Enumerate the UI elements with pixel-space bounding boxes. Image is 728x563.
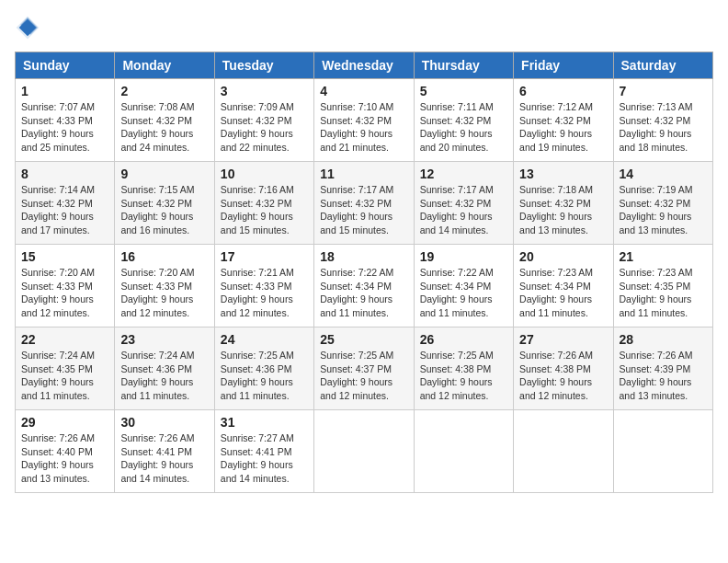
day-info: Sunrise: 7:17 AMSunset: 4:32 PMDaylight:… [320,183,407,237]
day-info: Sunrise: 7:10 AMSunset: 4:32 PMDaylight:… [320,100,407,155]
day-number: 12 [420,167,507,181]
day-number: 30 [120,415,208,430]
calendar-cell [514,410,613,493]
day-info: Sunrise: 7:20 AMSunset: 4:33 PMDaylight:… [120,266,208,320]
day-number: 19 [420,249,507,264]
calendar-cell: 31Sunrise: 7:27 AMSunset: 4:41 PMDayligh… [214,410,313,493]
col-header-thursday: Thursday [414,52,513,79]
day-number: 3 [221,84,308,98]
calendar-cell [414,410,513,493]
day-number: 4 [320,84,407,98]
calendar-header-row: SundayMondayTuesdayWednesdayThursdayFrid… [16,52,713,79]
day-number: 15 [21,249,108,264]
day-info: Sunrise: 7:25 AMSunset: 4:38 PMDaylight:… [420,349,507,403]
calendar-cell: 26Sunrise: 7:25 AMSunset: 4:38 PMDayligh… [414,327,513,410]
page-header [15,15,713,40]
calendar-cell [613,410,712,493]
day-number: 24 [221,332,308,347]
day-info: Sunrise: 7:22 AMSunset: 4:34 PMDaylight:… [420,266,507,320]
col-header-saturday: Saturday [613,52,712,79]
calendar-cell: 13Sunrise: 7:18 AMSunset: 4:32 PMDayligh… [514,162,613,245]
day-number: 23 [120,332,208,347]
day-info: Sunrise: 7:19 AMSunset: 4:32 PMDaylight:… [620,183,707,237]
day-info: Sunrise: 7:21 AMSunset: 4:33 PMDaylight:… [221,266,308,320]
day-info: Sunrise: 7:24 AMSunset: 4:35 PMDaylight:… [21,349,108,403]
day-info: Sunrise: 7:22 AMSunset: 4:34 PMDaylight:… [320,266,407,320]
col-header-friday: Friday [514,52,613,79]
day-info: Sunrise: 7:27 AMSunset: 4:41 PMDaylight:… [221,431,308,486]
calendar-cell: 1Sunrise: 7:07 AMSunset: 4:33 PMDaylight… [16,79,115,162]
col-header-monday: Monday [115,52,214,79]
calendar-cell: 10Sunrise: 7:16 AMSunset: 4:32 PMDayligh… [214,162,313,245]
calendar-cell: 19Sunrise: 7:22 AMSunset: 4:34 PMDayligh… [414,245,513,327]
calendar-cell: 17Sunrise: 7:21 AMSunset: 4:33 PMDayligh… [214,245,313,327]
calendar-cell: 9Sunrise: 7:15 AMSunset: 4:32 PMDaylight… [115,162,214,245]
calendar-cell: 29Sunrise: 7:26 AMSunset: 4:40 PMDayligh… [16,410,115,493]
day-number: 7 [620,84,707,98]
calendar-cell: 27Sunrise: 7:26 AMSunset: 4:38 PMDayligh… [514,327,613,410]
day-info: Sunrise: 7:26 AMSunset: 4:40 PMDaylight:… [21,431,108,486]
calendar-cell: 21Sunrise: 7:23 AMSunset: 4:35 PMDayligh… [613,245,712,327]
calendar-cell: 8Sunrise: 7:14 AMSunset: 4:32 PMDaylight… [16,162,115,245]
day-info: Sunrise: 7:14 AMSunset: 4:32 PMDaylight:… [21,183,108,237]
day-info: Sunrise: 7:23 AMSunset: 4:35 PMDaylight:… [620,266,707,320]
day-info: Sunrise: 7:13 AMSunset: 4:32 PMDaylight:… [620,100,707,155]
day-info: Sunrise: 7:18 AMSunset: 4:32 PMDaylight:… [519,183,607,237]
calendar-week-row: 22Sunrise: 7:24 AMSunset: 4:35 PMDayligh… [16,327,713,410]
calendar-table: SundayMondayTuesdayWednesdayThursdayFrid… [15,52,713,493]
day-info: Sunrise: 7:08 AMSunset: 4:32 PMDaylight:… [120,100,208,155]
calendar-cell: 6Sunrise: 7:12 AMSunset: 4:32 PMDaylight… [514,79,613,162]
day-info: Sunrise: 7:11 AMSunset: 4:32 PMDaylight:… [420,100,507,155]
day-number: 1 [21,84,108,98]
calendar-cell [314,410,414,493]
day-number: 17 [221,249,308,264]
logo-icon [15,15,40,40]
day-info: Sunrise: 7:16 AMSunset: 4:32 PMDaylight:… [221,183,308,237]
col-header-tuesday: Tuesday [214,52,313,79]
day-info: Sunrise: 7:23 AMSunset: 4:34 PMDaylight:… [519,266,607,320]
day-info: Sunrise: 7:25 AMSunset: 4:36 PMDaylight:… [221,349,308,403]
day-number: 27 [519,332,607,347]
col-header-sunday: Sunday [16,52,115,79]
day-number: 13 [519,167,607,181]
day-info: Sunrise: 7:26 AMSunset: 4:41 PMDaylight:… [120,431,208,486]
calendar-cell: 15Sunrise: 7:20 AMSunset: 4:33 PMDayligh… [16,245,115,327]
day-info: Sunrise: 7:25 AMSunset: 4:37 PMDaylight:… [320,349,407,403]
logo [15,15,44,40]
day-number: 8 [21,167,108,181]
day-number: 22 [21,332,108,347]
day-number: 9 [120,167,208,181]
calendar-cell: 14Sunrise: 7:19 AMSunset: 4:32 PMDayligh… [613,162,712,245]
day-number: 26 [420,332,507,347]
calendar-week-row: 1Sunrise: 7:07 AMSunset: 4:33 PMDaylight… [16,79,713,162]
calendar-cell: 30Sunrise: 7:26 AMSunset: 4:41 PMDayligh… [115,410,214,493]
day-number: 25 [320,332,407,347]
calendar-cell: 28Sunrise: 7:26 AMSunset: 4:39 PMDayligh… [613,327,712,410]
day-number: 31 [221,415,308,430]
day-number: 11 [320,167,407,181]
day-number: 14 [620,167,707,181]
calendar-cell: 20Sunrise: 7:23 AMSunset: 4:34 PMDayligh… [514,245,613,327]
calendar-cell: 16Sunrise: 7:20 AMSunset: 4:33 PMDayligh… [115,245,214,327]
day-info: Sunrise: 7:17 AMSunset: 4:32 PMDaylight:… [420,183,507,237]
calendar-cell: 12Sunrise: 7:17 AMSunset: 4:32 PMDayligh… [414,162,513,245]
calendar-cell: 2Sunrise: 7:08 AMSunset: 4:32 PMDaylight… [115,79,214,162]
day-number: 16 [120,249,208,264]
day-number: 20 [519,249,607,264]
day-info: Sunrise: 7:26 AMSunset: 4:38 PMDaylight:… [519,349,607,403]
calendar-cell: 18Sunrise: 7:22 AMSunset: 4:34 PMDayligh… [314,245,414,327]
day-info: Sunrise: 7:15 AMSunset: 4:32 PMDaylight:… [120,183,208,237]
calendar-cell: 23Sunrise: 7:24 AMSunset: 4:36 PMDayligh… [115,327,214,410]
day-number: 6 [519,84,607,98]
day-info: Sunrise: 7:24 AMSunset: 4:36 PMDaylight:… [120,349,208,403]
day-number: 10 [221,167,308,181]
day-info: Sunrise: 7:20 AMSunset: 4:33 PMDaylight:… [21,266,108,320]
col-header-wednesday: Wednesday [314,52,414,79]
day-number: 28 [620,332,707,347]
calendar-week-row: 29Sunrise: 7:26 AMSunset: 4:40 PMDayligh… [16,410,713,493]
day-number: 18 [320,249,407,264]
day-number: 2 [120,84,208,98]
day-info: Sunrise: 7:09 AMSunset: 4:32 PMDaylight:… [221,100,308,155]
day-info: Sunrise: 7:12 AMSunset: 4:32 PMDaylight:… [519,100,607,155]
calendar-week-row: 15Sunrise: 7:20 AMSunset: 4:33 PMDayligh… [16,245,713,327]
